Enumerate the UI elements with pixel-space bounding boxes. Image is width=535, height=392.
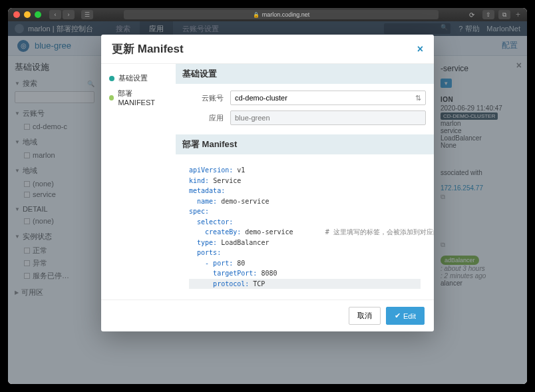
window-minimize-icon[interactable] <box>24 11 31 18</box>
account-label: 云账号 <box>184 93 224 103</box>
nav-forward-button[interactable]: › <box>63 10 75 19</box>
new-tab-icon[interactable]: + <box>514 10 522 19</box>
update-manifest-modal: 更新 Manifest × 基础设置 部署 MANIFEST 基础设置 云账号 … <box>101 35 434 331</box>
dot-icon <box>109 76 114 81</box>
address-bar[interactable]: 🔒 marlon.coding.net <box>124 10 439 19</box>
lock-icon: 🔒 <box>253 12 260 18</box>
edit-button[interactable]: ✔Edit <box>386 307 425 325</box>
section-deploy-head: 部署 Manifest <box>176 134 434 154</box>
cancel-button[interactable]: 取消 <box>349 307 381 325</box>
window-close-icon[interactable] <box>13 11 20 18</box>
share-icon[interactable]: ⇧ <box>482 10 494 19</box>
url-text: marlon.coding.net <box>262 11 310 18</box>
browser-chrome: ‹ › ☰ 🔒 marlon.coding.net ⟳ ⇧ ⧉ + <box>8 8 527 21</box>
yaml-editor[interactable]: apiVersion: v1kind: Servicemetadata: nam… <box>184 161 426 293</box>
app-label: 应用 <box>184 113 224 123</box>
account-select[interactable]: cd-demo-cluster⇅ <box>230 91 426 105</box>
check-icon: ✔ <box>395 311 401 320</box>
modal-title: 更新 Manifest <box>112 41 184 57</box>
modal-tab-basic[interactable]: 基础设置 <box>106 71 170 86</box>
reload-icon[interactable]: ⟳ <box>469 10 478 19</box>
window-zoom-icon[interactable] <box>35 11 41 18</box>
modal-overlay: 更新 Manifest × 基础设置 部署 MANIFEST 基础设置 云账号 … <box>8 21 527 384</box>
modal-tab-deploy[interactable]: 部署 MANIFEST <box>106 86 170 109</box>
dot-icon <box>109 95 114 100</box>
modal-sidebar: 基础设置 部署 MANIFEST <box>101 64 176 299</box>
sidebar-toggle-icon[interactable]: ☰ <box>81 10 93 19</box>
chevron-down-icon: ⇅ <box>415 94 421 102</box>
tabs-icon[interactable]: ⧉ <box>498 10 510 19</box>
app-input: blue-green <box>230 110 426 125</box>
modal-close-icon[interactable]: × <box>417 43 423 55</box>
nav-back-button[interactable]: ‹ <box>49 10 61 19</box>
section-basic-head: 基础设置 <box>176 64 434 84</box>
